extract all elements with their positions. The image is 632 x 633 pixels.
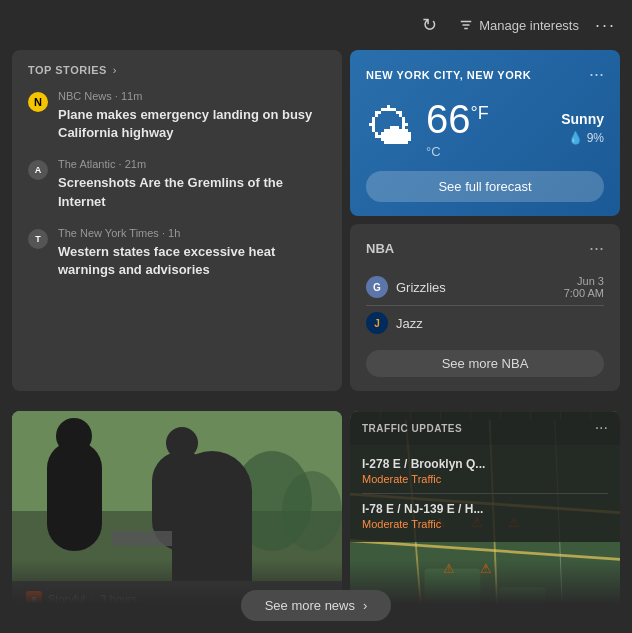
news-content-3: The New York Times · 1h Western states f…	[58, 227, 326, 279]
news-meta-2: The Atlantic · 21m	[58, 158, 326, 170]
nba-game-row: G Grizzlies Jun 3 7:00 AM	[366, 269, 604, 306]
see-more-nba-button[interactable]: See more NBA	[366, 350, 604, 377]
news-content-2: The Atlantic · 21m Screenshots Are the G…	[58, 158, 326, 210]
nba-more-button[interactable]: ···	[589, 238, 604, 259]
traffic-item-2: I-78 E / NJ-139 E / H... Moderate Traffi…	[362, 496, 608, 536]
nba-jazz-row: J Jazz	[366, 306, 604, 340]
nbc-icon: N	[28, 92, 48, 112]
atlantic-icon: A	[28, 160, 48, 180]
refresh-button[interactable]: ↻	[415, 11, 443, 39]
traffic-item-1: I-278 E / Brooklyn Q... Moderate Traffic	[362, 451, 608, 491]
traffic-items: I-278 E / Brooklyn Q... Moderate Traffic…	[350, 445, 620, 542]
weather-city: NEW YORK CITY, NEW YORK	[366, 69, 531, 81]
weather-temp-group: 66°F °C	[426, 97, 489, 159]
traffic-status-2: Moderate Traffic	[362, 518, 608, 530]
more-options-button[interactable]: ···	[595, 15, 616, 36]
weather-condition: Sunny	[561, 111, 604, 127]
weather-right: Sunny 💧 9%	[561, 111, 604, 145]
jazz-team: J Jazz	[366, 312, 423, 334]
top-stories-chevron: ›	[113, 64, 117, 76]
weather-body: 🌤 66°F °C Sunny 💧 9%	[366, 97, 604, 159]
main-grid: TOP STORIES › N NBC News · 11m Plane mak…	[0, 50, 632, 411]
traffic-label: TRAFFIC UPDATES	[362, 423, 462, 434]
weather-rain: 💧 9%	[561, 131, 604, 145]
see-full-forecast-button[interactable]: See full forecast	[366, 171, 604, 202]
svg-rect-8	[112, 531, 232, 546]
see-more-news-button[interactable]: See more news ›	[241, 590, 392, 621]
top-stories-card: TOP STORIES › N NBC News · 11m Plane mak…	[12, 50, 342, 391]
grizzlies-icon: G	[366, 276, 388, 298]
news-item-1[interactable]: N NBC News · 11m Plane makes emergency l…	[28, 90, 326, 142]
svg-point-7	[166, 427, 198, 459]
news-item-2[interactable]: A The Atlantic · 21m Screenshots Are the…	[28, 158, 326, 210]
weather-temp-celsius: °C	[426, 144, 489, 159]
see-more-news-container: See more news ›	[0, 560, 632, 633]
weather-more-button[interactable]: ···	[589, 64, 604, 85]
news-title-1: Plane makes emergency landing on busy Ca…	[58, 106, 326, 142]
traffic-status-1: Moderate Traffic	[362, 473, 608, 485]
nba-header: NBA ···	[366, 238, 604, 259]
weather-header: NEW YORK CITY, NEW YORK ···	[366, 64, 604, 85]
traffic-header-bar: TRAFFIC UPDATES ···	[350, 411, 620, 445]
top-stories-label: TOP STORIES	[28, 64, 107, 76]
nba-label: NBA	[366, 241, 394, 256]
weather-temperature: 66°F	[426, 97, 489, 142]
nba-card: NBA ··· G Grizzlies Jun 3 7:00 AM J Jazz…	[350, 224, 620, 391]
weather-sun-icon: 🌤	[366, 104, 414, 152]
game-date-time: Jun 3 7:00 AM	[564, 275, 604, 299]
news-meta-3: The New York Times · 1h	[58, 227, 326, 239]
header: ↻ Manage interests ···	[0, 0, 632, 50]
news-title-3: Western states face excessive heat warni…	[58, 243, 326, 279]
see-more-chevron-icon: ›	[363, 598, 367, 613]
news-item-3[interactable]: T The New York Times · 1h Western states…	[28, 227, 326, 279]
traffic-route-1: I-278 E / Brooklyn Q...	[362, 457, 608, 471]
svg-point-3	[282, 471, 342, 551]
news-content-1: NBC News · 11m Plane makes emergency lan…	[58, 90, 326, 142]
traffic-route-2: I-78 E / NJ-139 E / H...	[362, 502, 608, 516]
rain-drop-icon: 💧	[568, 131, 583, 145]
story-image	[12, 411, 342, 581]
top-stories-header[interactable]: TOP STORIES ›	[28, 64, 326, 76]
traffic-divider	[362, 493, 608, 494]
weather-left: 🌤 66°F °C	[366, 97, 489, 159]
svg-point-5	[56, 418, 92, 454]
manage-interests-button[interactable]: Manage interests	[459, 18, 579, 33]
jazz-icon: J	[366, 312, 388, 334]
weather-card: NEW YORK CITY, NEW YORK ··· 🌤 66°F °C Su…	[350, 50, 620, 216]
grizzlies-team: G Grizzlies	[366, 276, 446, 298]
news-meta-1: NBC News · 11m	[58, 90, 326, 102]
svg-rect-4	[47, 441, 102, 551]
news-title-2: Screenshots Are the Gremlins of the Inte…	[58, 174, 326, 210]
nyt-icon: T	[28, 229, 48, 249]
traffic-more-button[interactable]: ···	[595, 419, 608, 437]
